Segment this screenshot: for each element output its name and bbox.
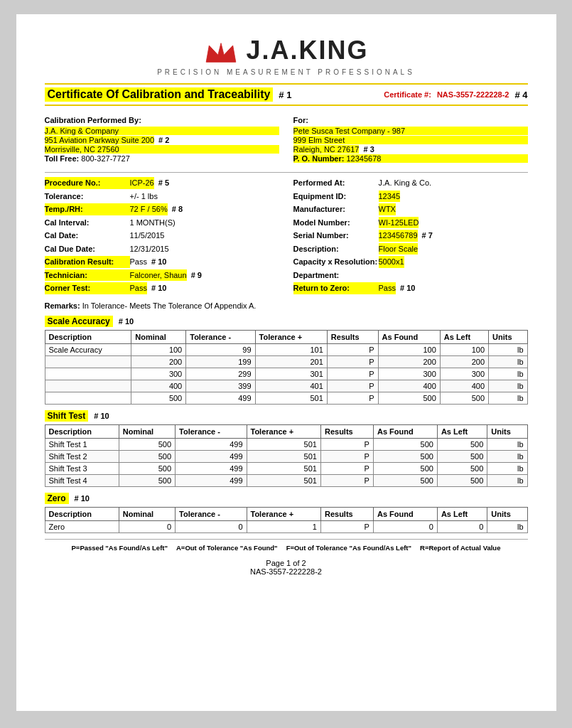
table-cell: P xyxy=(327,380,378,392)
table-cell: P xyxy=(320,474,373,486)
scale-accuracy-header: Scale Accuracy # 10 xyxy=(45,316,528,327)
proc-label: Procedure No.: xyxy=(45,177,130,189)
toll-free: 800-327-7727 xyxy=(81,154,130,163)
due-date-label: Cal Due Date: xyxy=(45,243,130,255)
table-cell: Scale Accuracy xyxy=(45,343,131,355)
cert-id-value: NAS-3557-222228-2 xyxy=(437,90,509,99)
cal-date-value: 11/5/2015 xyxy=(130,230,165,242)
serial-row: Serial Number: 123456789 # 7 xyxy=(293,230,528,242)
interval-row: Cal Interval: 1 MONTH(S) xyxy=(45,217,279,229)
address1: 951 Aviation Parkway Suite 200 xyxy=(45,136,155,144)
table-cell: 501 xyxy=(247,438,320,450)
cert-title-bar: Certificate Of Calibration and Traceabil… xyxy=(45,83,528,106)
table-cell: 500 xyxy=(437,438,487,450)
logo-text: J.A.KING xyxy=(246,36,368,65)
col-as-left: As Left xyxy=(437,424,487,438)
cert-title-text: Certificate Of Calibration and Traceabil… xyxy=(45,87,274,102)
table-header-row: Description Nominal Tolerance - Toleranc… xyxy=(45,424,527,438)
col-tol-minus: Tolerance - xyxy=(186,330,255,343)
zero-table: Description Nominal Tolerance - Toleranc… xyxy=(45,507,528,533)
due-date-value: 12/31/2015 xyxy=(130,243,169,255)
table-cell: 401 xyxy=(255,380,327,392)
equip-id-row: Equipment ID: 12345 xyxy=(293,191,528,203)
table-cell: 500 xyxy=(373,474,437,486)
remarks: Remarks: In Tolerance- Meets The Toleran… xyxy=(45,301,528,310)
corner-badge: # 10 xyxy=(151,282,166,294)
table-cell: Shift Test 4 xyxy=(45,474,119,486)
tech-label: Technician: xyxy=(45,269,130,282)
result-value: Pass xyxy=(130,256,147,268)
col-as-found: As Found xyxy=(378,330,440,343)
zero-badge: # 10 xyxy=(75,494,90,503)
address2: Morrisville, NC 27560 xyxy=(45,145,279,154)
corner-value: Pass xyxy=(130,282,147,294)
logo-area: J.A.KING xyxy=(45,36,528,65)
col-as-found: As Found xyxy=(373,424,437,438)
serial-label: Serial Number: xyxy=(293,230,379,242)
result-label: Calibration Result: xyxy=(45,256,130,268)
col-nominal: Nominal xyxy=(119,424,175,438)
table-cell: 300 xyxy=(378,368,440,380)
corner-row: Corner Test: Pass # 10 xyxy=(45,282,279,294)
col-units: Units xyxy=(487,424,527,438)
col-units: Units xyxy=(487,507,527,520)
perf-at-row: Performed At: J.A. King & Co. xyxy=(293,177,528,189)
cert-title-left: Certificate Of Calibration and Traceabil… xyxy=(45,87,292,102)
table-cell: lb xyxy=(487,474,527,486)
cert-id-label: Certificate #: xyxy=(384,90,431,99)
temp-value: 72 F / 56% xyxy=(130,203,168,215)
table-cell: 500 xyxy=(119,438,175,450)
table-cell: 399 xyxy=(186,380,255,392)
scale-accuracy-table: Description Nominal Tolerance - Toleranc… xyxy=(45,330,528,405)
temp-label: Temp./RH: xyxy=(45,203,130,215)
table-cell: 100 xyxy=(378,343,440,355)
equip-id-value: 12345 xyxy=(379,191,401,203)
table-cell: P xyxy=(320,520,373,532)
due-date-row: Cal Due Date: 12/31/2015 xyxy=(45,243,279,255)
model-label: Model Number: xyxy=(293,217,379,229)
col-description: Description xyxy=(45,330,131,343)
po-label: P. O. Number: xyxy=(293,154,345,163)
table-cell: 200 xyxy=(378,355,440,368)
table-cell: 100 xyxy=(440,343,488,355)
table-cell: 499 xyxy=(176,438,247,450)
col-units: Units xyxy=(489,330,527,343)
table-cell: lb xyxy=(489,380,527,392)
col-nominal: Nominal xyxy=(131,330,186,343)
proc-badge: # 5 xyxy=(158,177,169,189)
table-cell: 500 xyxy=(437,462,487,474)
legend-item-3: R=Report of Actual Value xyxy=(420,544,500,552)
table-cell: 300 xyxy=(131,368,186,380)
desc-value: Floor Scale xyxy=(379,243,419,255)
table-cell: 501 xyxy=(255,392,327,404)
table-cell: lb xyxy=(489,343,527,355)
table-cell: P xyxy=(320,438,373,450)
table-row: 400399401P400400lb xyxy=(45,380,527,392)
col-results: Results xyxy=(327,330,378,343)
capacity-value: 5000x1 xyxy=(379,256,404,268)
table-cell: 0 xyxy=(176,520,247,532)
zero-header: Zero # 10 xyxy=(45,493,528,504)
table-cell: 499 xyxy=(186,392,255,404)
cert-id-badge: # 4 xyxy=(514,90,527,100)
temp-badge: # 8 xyxy=(172,203,183,215)
table-cell: lb xyxy=(487,438,527,450)
table-row: 500499501P500500lb xyxy=(45,392,527,404)
col-tol-minus: Tolerance - xyxy=(176,507,247,520)
performed-by-label: Calibration Performed By: xyxy=(45,116,279,124)
table-cell xyxy=(45,392,131,404)
table-cell: lb xyxy=(487,462,527,474)
rtz-row: Return to Zero: Pass # 10 xyxy=(293,282,528,294)
table-cell: 500 xyxy=(378,392,440,404)
performed-by-col: Calibration Performed By: J.A. King & Co… xyxy=(45,116,279,164)
table-cell: 500 xyxy=(373,450,437,462)
desc-label: Description: xyxy=(293,243,379,255)
capacity-row: Capacity x Resolution: 5000x1 xyxy=(293,256,528,268)
table-cell: 500 xyxy=(437,474,487,486)
for-label: For: xyxy=(293,116,528,124)
table-cell: lb xyxy=(487,450,527,462)
table-header-row: Description Nominal Tolerance - Toleranc… xyxy=(45,330,527,343)
shift-test-title: Shift Test xyxy=(45,410,89,422)
table-row: Scale Accuracy10099101P100100lb xyxy=(45,343,527,355)
table-cell: 500 xyxy=(437,450,487,462)
